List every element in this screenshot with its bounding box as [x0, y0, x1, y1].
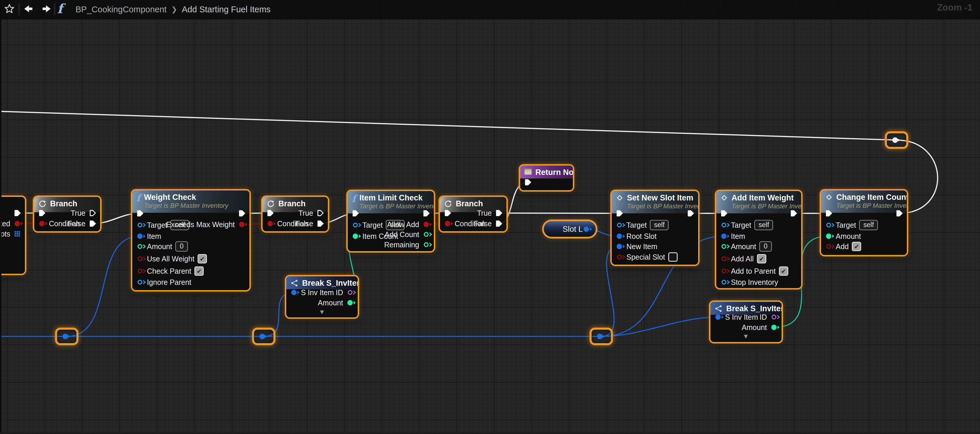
add-item-weight-add-all-in-row: Add All✔ — [731, 254, 766, 263]
add-item-weight-add-all-in[interactable] — [717, 255, 731, 262]
slot-l-variable-slot-out[interactable] — [579, 226, 593, 233]
weight-check-target-in[interactable] — [133, 222, 147, 228]
checkbox[interactable]: ✔ — [852, 242, 861, 251]
reroute-exec-pin[interactable] — [891, 136, 902, 144]
item-limit-check-target-in[interactable] — [348, 222, 363, 228]
checkbox[interactable]: ✔ — [197, 254, 207, 263]
default-value-box[interactable]: 0 — [175, 241, 188, 252]
weight-check-amount-in[interactable] — [133, 243, 147, 250]
branch-2-false-out[interactable] — [316, 220, 325, 228]
set-new-slot-item-exec-out[interactable] — [686, 209, 695, 217]
breadcrumb-current[interactable]: Add Starting Fuel Items — [182, 5, 270, 14]
weight-check-exec-out[interactable] — [238, 209, 246, 217]
partial-node-left-locked-out[interactable] — [10, 220, 24, 227]
node-title: Change Item Count — [836, 193, 907, 202]
node-header: fWeight CheckTarget is BP Master Invento… — [132, 190, 250, 213]
reroute-item-1-pin[interactable] — [62, 333, 72, 340]
item-limit-check-exec-out[interactable] — [422, 209, 430, 217]
weight-check-check-parent-in-row: Check Parent✔ — [147, 266, 204, 276]
set-new-slot-item-new-item-in-row: New Item — [627, 243, 657, 250]
branch-3-false-out-row: False — [474, 220, 492, 227]
function-icon: f — [57, 1, 63, 16]
return-node[interactable]: Return Node — [520, 166, 573, 190]
pin-label: Special Slot — [627, 254, 665, 261]
reroute-item-3-pin[interactable] — [596, 333, 606, 340]
change-item-count-amount-in[interactable] — [822, 233, 836, 240]
default-value-box[interactable]: 0 — [759, 241, 772, 252]
set-new-slot-item-root-slot-in[interactable] — [612, 233, 627, 240]
item-limit-check-remaining-out[interactable] — [419, 241, 433, 248]
self-context-box[interactable]: self — [650, 220, 668, 230]
break-invitem-2-id-out[interactable] — [767, 314, 781, 321]
weight-check-use-all-weight-in[interactable] — [133, 255, 147, 262]
change-item-count-exec-in[interactable] — [824, 209, 833, 217]
branch-1-condition-in[interactable] — [35, 220, 49, 227]
checkbox[interactable] — [668, 252, 678, 262]
weight-check-ignore-parent-in[interactable] — [133, 279, 147, 286]
branch-2-condition-in[interactable] — [263, 220, 277, 227]
weight-check-check-parent-in[interactable] — [133, 268, 147, 274]
window-edge — [0, 0, 2, 434]
favorite-star-icon[interactable] — [4, 3, 15, 16]
item-limit-check-add-count-out[interactable] — [419, 231, 433, 238]
branch-1-false-out[interactable] — [88, 220, 97, 228]
branch-1-exec-in[interactable] — [38, 209, 46, 217]
back-arrow-icon[interactable] — [23, 4, 33, 14]
weight-check-exceeds-max-weight-out[interactable] — [235, 221, 249, 228]
self-context-box[interactable]: self — [859, 220, 878, 230]
node-subtitle: Target is BP Master Inventory — [836, 202, 907, 209]
change-item-count-add-in[interactable] — [822, 243, 836, 250]
set-new-slot-item-special-slot-in[interactable] — [612, 254, 627, 260]
pin-label: Target — [836, 222, 856, 229]
change-item-count-target-in[interactable] — [822, 222, 836, 228]
add-item-weight-exec-out[interactable] — [789, 209, 798, 217]
reroute-item-2-pin[interactable] — [258, 333, 269, 340]
branch-3-condition-in[interactable] — [441, 220, 455, 227]
wire-exec-reroute-loopback — [0, 112, 897, 140]
break-invitem-2-s-inv-item-in[interactable] — [711, 314, 725, 321]
forward-arrow-icon[interactable] — [41, 4, 52, 14]
checkbox[interactable]: ✔ — [757, 254, 766, 263]
add-item-weight-stop-inventory-in-row: Stop Inventory — [731, 279, 778, 286]
node-header: Add Item WeightTarget is BP Master Inven… — [716, 191, 801, 213]
partial-node-left-slots-out[interactable] — [14, 231, 20, 237]
blueprint-editor: ckedSlotsBranchConditionTrueFalsefWeight… — [0, 0, 980, 434]
break-invitem-1-collapse-arrow-icon[interactable]: ▼ — [319, 308, 325, 316]
pin-label: S Inv Item — [725, 314, 758, 321]
pin-label: New Item — [627, 243, 657, 250]
breadcrumb-parent[interactable]: BP_CookingComponent — [76, 5, 167, 14]
item-limit-check-allow-add-out[interactable] — [419, 221, 433, 228]
break-invitem-2-amount-out[interactable] — [767, 324, 781, 331]
add-item-weight-exec-in[interactable] — [720, 209, 728, 217]
add-item-weight-stop-inventory-in[interactable] — [717, 279, 731, 286]
checkbox[interactable]: ✔ — [194, 266, 204, 276]
set-new-slot-item-new-item-in[interactable] — [612, 243, 627, 250]
self-context-box[interactable]: self — [754, 220, 773, 230]
add-item-weight-item-in[interactable] — [717, 233, 731, 240]
add-item-weight-add-to-parent-in[interactable] — [717, 268, 731, 274]
branch-3-false-out[interactable] — [495, 220, 503, 228]
add-item-weight-amount-in[interactable] — [717, 243, 731, 250]
set-new-slot-item-exec-in[interactable] — [615, 209, 624, 217]
change-item-count-exec-out[interactable] — [895, 209, 903, 217]
branch-3-true-out[interactable] — [495, 209, 503, 217]
branch-2-exec-in[interactable] — [266, 209, 274, 217]
set-new-slot-item-target-in[interactable] — [612, 222, 627, 228]
weight-check-item-in[interactable] — [133, 233, 147, 240]
branch-1-true-out[interactable] — [88, 209, 97, 217]
checkbox[interactable]: ✔ — [779, 266, 788, 276]
item-limit-check-exec-in[interactable] — [351, 209, 360, 217]
break-invitem-1-id-out[interactable] — [343, 289, 357, 296]
break-invitem-1-s-inv-item-in[interactable] — [287, 289, 301, 296]
break-invitem-1-amount-out[interactable] — [343, 299, 357, 306]
return-node-exec-in[interactable] — [523, 178, 532, 187]
break-invitem-2-s-inv-item-in-row: S Inv Item — [725, 314, 758, 321]
partial-node-left-exec-out[interactable] — [13, 209, 21, 217]
weight-check-exec-in[interactable] — [136, 209, 144, 217]
break-invitem-2-collapse-arrow-icon[interactable]: ▼ — [743, 333, 749, 340]
item-limit-check-item-count-in[interactable] — [348, 233, 363, 240]
pin-label: Amount — [731, 243, 756, 250]
add-item-weight-target-in[interactable] — [717, 222, 731, 228]
branch-3-exec-in[interactable] — [444, 209, 452, 217]
branch-2-true-out[interactable] — [316, 209, 325, 217]
